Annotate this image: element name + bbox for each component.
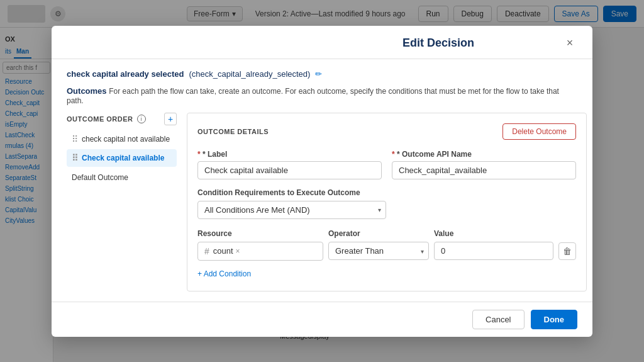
resource-field[interactable]: # count × — [197, 242, 323, 261]
modal-overlay: Edit Decision × check capital already se… — [0, 0, 644, 362]
outcomes-area: OUTCOME ORDER i + ⠿ check capital not av… — [67, 113, 577, 291]
modal-header: Edit Decision × — [52, 26, 592, 59]
api-name-field-label: * Outcome API Name — [392, 150, 576, 159]
outcome-item-1[interactable]: ⠿ Check capital available — [67, 149, 177, 167]
default-outcome-label: Default Outcome — [72, 173, 128, 182]
resource-remove-button[interactable]: × — [236, 247, 240, 256]
condition-req-label: Condition Requirements to Execute Outcom… — [197, 188, 576, 197]
label-form-group: * Label — [197, 150, 382, 179]
outcome-order-label: OUTCOME ORDER — [67, 115, 133, 123]
label-field-input[interactable] — [197, 161, 382, 179]
edit-decision-modal: Edit Decision × check capital already se… — [52, 26, 592, 337]
condition-row-0: # count × Equals Not Equal To Greater Th… — [197, 242, 576, 261]
resource-hash-icon: # — [204, 246, 209, 256]
outcomes-section: Outcomes For each path the flow can take… — [67, 86, 577, 105]
operator-select-wrapper: Equals Not Equal To Greater Than Greater… — [328, 242, 429, 260]
outcome-list: ⠿ check capital not available ⠿ Check ca… — [67, 130, 177, 167]
delete-outcome-button[interactable]: Delete Outcome — [502, 123, 576, 140]
operator-select[interactable]: Equals Not Equal To Greater Than Greater… — [328, 242, 429, 260]
outcome-details-header: OUTCOME DETAILS Delete Outcome — [197, 123, 576, 140]
condition-select[interactable]: All Conditions Are Met (AND) Any Conditi… — [197, 201, 386, 219]
modal-close-button[interactable]: × — [562, 36, 577, 51]
default-outcome-item: Default Outcome — [67, 169, 177, 186]
decision-api-name: (check_capital_already_selected) — [189, 69, 310, 79]
outcome-order-panel: OUTCOME ORDER i + ⠿ check capital not av… — [67, 113, 177, 291]
modal-body: check capital already selected (check_ca… — [52, 59, 592, 302]
value-field-input[interactable] — [434, 242, 553, 260]
outcome-details-panel: OUTCOME DETAILS Delete Outcome * Label *… — [187, 113, 587, 291]
resource-col-header: Resource — [197, 229, 323, 238]
condition-requirements-section: Condition Requirements to Execute Outcom… — [197, 188, 576, 219]
outcome-details-title: OUTCOME DETAILS — [197, 128, 269, 135]
api-name-field-input[interactable] — [392, 161, 576, 179]
condition-select-wrapper: All Conditions Are Met (AND) Any Conditi… — [197, 201, 386, 219]
outcome-order-info-icon: i — [137, 115, 146, 123]
modal-title: Edit Decision — [314, 37, 562, 50]
outcome-order-header: OUTCOME ORDER i + — [67, 113, 177, 125]
drag-handle-1: ⠿ — [72, 153, 78, 163]
outcome-item-0[interactable]: ⠿ check capital not available — [67, 130, 177, 148]
value-col-header: Value — [434, 229, 576, 238]
condition-row-headers: Resource Operator Value — [197, 229, 576, 238]
resource-tag-label: count — [213, 246, 233, 256]
outcome-item-label-1: Check capital available — [82, 154, 164, 162]
modal-footer: Cancel Done — [52, 302, 592, 337]
drag-handle-0: ⠿ — [72, 134, 78, 144]
decision-name-label: check capital already selected — [67, 69, 184, 79]
outcome-item-label-0: check capital not available — [82, 135, 170, 144]
delete-condition-row-button[interactable]: 🗑 — [558, 242, 576, 260]
trash-icon: 🗑 — [563, 246, 572, 256]
decision-edit-icon[interactable]: ✏ — [315, 69, 322, 79]
label-api-form-row: * Label * Outcome API Name — [197, 150, 576, 179]
cancel-button[interactable]: Cancel — [472, 310, 524, 329]
operator-col-header: Operator — [328, 229, 429, 238]
api-name-form-group: * Outcome API Name — [392, 150, 576, 179]
add-outcome-button[interactable]: + — [164, 113, 177, 125]
decision-name-row: check capital already selected (check_ca… — [67, 69, 577, 79]
add-condition-button[interactable]: + Add Condition — [197, 267, 251, 281]
outcomes-desc: For each path the flow can take, create … — [67, 87, 559, 105]
done-button[interactable]: Done — [531, 310, 578, 329]
outcomes-header: Outcomes — [67, 86, 107, 96]
label-field-label: * Label — [197, 150, 382, 159]
resource-tag: count × — [213, 246, 240, 256]
